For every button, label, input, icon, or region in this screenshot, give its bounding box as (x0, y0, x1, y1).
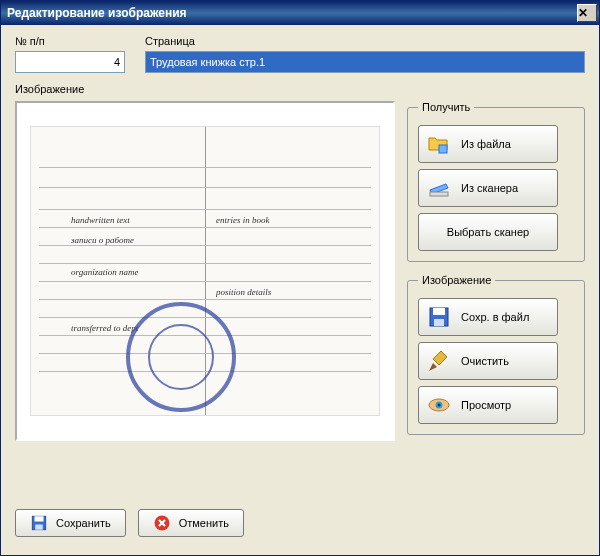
top-row: № п/п Страница (15, 35, 585, 73)
group-get-legend: Получить (418, 101, 474, 113)
dialog-window: Редактирование изображения ✕ № п/п Стран… (0, 0, 600, 556)
close-button[interactable]: ✕ (577, 4, 597, 22)
clear-label: Очистить (461, 355, 509, 367)
preview-label: Просмотр (461, 399, 511, 411)
svg-rect-0 (439, 145, 447, 153)
number-label: № п/п (15, 35, 125, 47)
choose-scanner-label: Выбрать сканер (447, 226, 529, 238)
image-label: Изображение (15, 83, 585, 95)
cancel-button[interactable]: Отменить (138, 509, 244, 537)
floppy-icon (30, 514, 48, 532)
folder-icon (427, 132, 451, 156)
group-get: Получить Из файла Из сканера (407, 101, 585, 262)
from-scanner-label: Из сканера (461, 182, 518, 194)
clear-button[interactable]: Очистить (418, 342, 558, 380)
scanner-icon (427, 176, 451, 200)
bottom-bar: Сохранить Отменить (15, 509, 244, 543)
svg-rect-4 (434, 319, 444, 326)
save-to-file-button[interactable]: Сохр. в файл (418, 298, 558, 336)
group-image-legend: Изображение (418, 274, 495, 286)
save-to-file-label: Сохр. в файл (461, 311, 529, 323)
choose-scanner-button[interactable]: Выбрать сканер (418, 213, 558, 251)
svg-rect-1 (430, 192, 448, 196)
floppy-icon (427, 305, 451, 329)
group-image: Изображение Сохр. в файл Очистить (407, 274, 585, 435)
document-image: handwritten text entries in book записи … (30, 126, 380, 416)
from-file-button[interactable]: Из файла (418, 125, 558, 163)
stamp (126, 302, 236, 412)
cancel-icon (153, 514, 171, 532)
from-file-label: Из файла (461, 138, 511, 150)
brush-icon (427, 349, 451, 373)
client-area: № п/п Страница Изображение (1, 25, 599, 555)
page-label: Страница (145, 35, 585, 47)
number-input[interactable] (15, 51, 125, 73)
svg-rect-9 (35, 516, 44, 521)
from-scanner-button[interactable]: Из сканера (418, 169, 558, 207)
save-label: Сохранить (56, 517, 111, 529)
save-button[interactable]: Сохранить (15, 509, 126, 537)
image-frame: handwritten text entries in book записи … (15, 101, 395, 441)
cancel-label: Отменить (179, 517, 229, 529)
window-title: Редактирование изображения (7, 6, 577, 20)
close-icon: ✕ (578, 6, 596, 20)
page-input[interactable] (145, 51, 585, 73)
svg-point-7 (438, 404, 441, 407)
preview-button[interactable]: Просмотр (418, 386, 558, 424)
field-page: Страница (145, 35, 585, 73)
field-number: № п/п (15, 35, 125, 73)
svg-rect-3 (433, 308, 445, 315)
svg-rect-10 (35, 525, 43, 530)
mid-row: handwritten text entries in book записи … (15, 101, 585, 441)
titlebar: Редактирование изображения ✕ (1, 1, 599, 25)
side-column: Получить Из файла Из сканера (407, 101, 585, 435)
eye-icon (427, 393, 451, 417)
